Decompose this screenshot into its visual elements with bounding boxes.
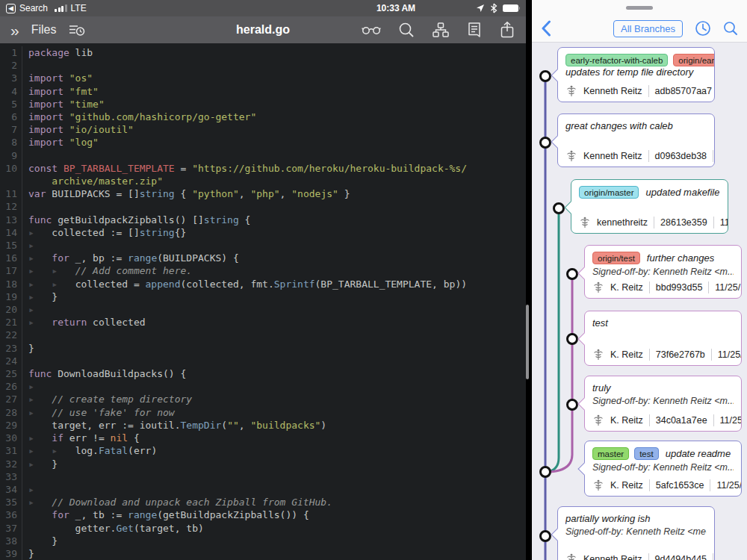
code-lines: 1package lib23import "os"4import "fmt"5i…	[0, 46, 526, 560]
code-line: 23}	[0, 342, 526, 355]
commit-graph-area[interactable]: early-refactor-with-caleborigin/early-re…	[532, 43, 747, 560]
commit-date: 11/25/17	[720, 415, 741, 426]
commit-card[interactable]: great changes with calebKenneth Reitzd09…	[557, 113, 715, 167]
split-view-divider[interactable]	[526, 0, 532, 560]
search-icon[interactable]	[398, 22, 415, 38]
commit-card[interactable]: early-refactor-with-caleborigin/early-re…	[557, 47, 715, 102]
code-line: 11var BUILDPACKS = []string { "python", …	[0, 187, 526, 200]
code-line: 33	[0, 470, 526, 483]
commit-node	[541, 138, 551, 148]
commit-message: partially working ish	[565, 513, 707, 524]
code-line: 38 }	[0, 535, 526, 547]
document-title: herald.go	[236, 23, 290, 37]
document-icon[interactable]	[467, 22, 482, 38]
author-name: Kenneth Reitz	[583, 554, 642, 560]
search-icon[interactable]	[723, 21, 738, 36]
files-button[interactable]: Files	[31, 23, 57, 37]
all-branches-button[interactable]: All Branches	[613, 20, 683, 37]
code-line: 37 getter.Get(target, tb)	[0, 522, 526, 535]
commit-date: 11/25/17	[716, 480, 741, 491]
commit-message: update readme	[666, 448, 731, 459]
code-line: 19▸ }	[0, 290, 526, 303]
carrier-label: LTE	[71, 3, 87, 13]
commit-card[interactable]: partially working ishSigned-off-by: Kenn…	[557, 506, 715, 560]
recent-files-icon[interactable]	[68, 22, 86, 37]
git-header: All Branches	[532, 0, 747, 43]
commit-meta-row: K. Reitz5afc1653ce11/25/17	[592, 479, 734, 491]
code-line: 9	[0, 149, 526, 162]
code-line: 26▸	[0, 380, 526, 393]
commit-card[interactable]: mastertestupdate readmeSigned-off-by: Ke…	[584, 441, 742, 497]
back-to-app-label[interactable]: Search	[19, 3, 48, 13]
commit-card[interactable]: origin/masterupdated makefilekennethreit…	[571, 179, 728, 234]
code-line: 8import "log"	[0, 136, 526, 149]
branch-tag[interactable]: origin/early-refact	[673, 54, 714, 66]
author-name: K. Reitz	[610, 415, 643, 426]
editor-toolbar: » Files herald.go	[0, 16, 526, 43]
author-avatar	[565, 150, 577, 162]
commit-signoff: Signed-off-by: Kenneth Reitz <me@ken...	[565, 526, 707, 537]
back-chevron-icon[interactable]	[541, 20, 551, 37]
commit-card[interactable]: testK. Reitz73f6e2767b11/25/17	[584, 311, 742, 366]
slide-over-handle[interactable]	[626, 6, 653, 10]
code-line: 39}	[0, 547, 526, 560]
code-line: 30▸ if err != nil {	[0, 432, 526, 444]
branch-tag[interactable]: origin/test	[592, 252, 640, 264]
back-to-app-icon[interactable]: ◀	[6, 4, 16, 13]
commit-message: updated makefile	[645, 187, 719, 198]
clock-time: 10:33 AM	[376, 3, 415, 13]
commit-meta-row: K. Reitzbbd993d5511/25/17	[592, 281, 734, 293]
branch-tag[interactable]: origin/master	[579, 186, 639, 199]
status-left: ◀ Search LTE	[6, 3, 87, 13]
commit-meta-row: K. Reitz34c0a1a7ee11/25/17	[592, 414, 734, 426]
commit-card[interactable]: origin/testfurther changesSigned-off-by:…	[584, 245, 742, 299]
code-line: 36 for _, tb := range(getBuildpackZipbal…	[0, 508, 526, 521]
commit-hash: 5afc1653ce	[656, 480, 704, 491]
code-editor-pane: ◀ Search LTE 10:33 AM » Fil	[0, 0, 526, 560]
hierarchy-icon[interactable]	[432, 22, 450, 38]
code-line: 29 target, err := ioutil.TempDir("", "bu…	[0, 419, 526, 432]
reading-glasses-icon[interactable]	[362, 25, 381, 35]
status-right	[476, 3, 521, 13]
commit-card[interactable]: trulySigned-off-by: Kenneth Reitz <m...K…	[584, 376, 742, 432]
commit-meta-row: Kenneth Reitzd0963deb3811/27/17	[565, 150, 707, 162]
commit-hash: 34c0a1a7ee	[656, 415, 707, 426]
author-avatar	[579, 217, 591, 228]
author-name: K. Reitz	[610, 282, 643, 293]
commit-signoff: Signed-off-by: Kenneth Reitz <m...	[592, 267, 734, 277]
history-clock-icon[interactable]	[695, 20, 711, 37]
branch-tag[interactable]: master	[592, 447, 629, 460]
bluetooth-icon	[490, 3, 498, 13]
share-icon[interactable]	[499, 21, 515, 39]
expand-sidebar-icon[interactable]: »	[10, 22, 19, 38]
code-line: 28▸ // use 'fake' for now	[0, 406, 526, 419]
commit-hash: 73f6e2767b	[656, 349, 705, 360]
code-line: 7import "io/ioutil"	[0, 123, 526, 136]
author-name: Kenneth Reitz	[583, 86, 642, 96]
commit-hash: 9d4494b445	[655, 554, 707, 560]
commit-meta-row: kennethreitz28613e35911/27/17	[579, 217, 720, 228]
battery-icon	[503, 4, 521, 12]
code-line: archive/master.zip"	[0, 175, 526, 187]
commit-date: 11/25/17	[718, 349, 741, 360]
branch-tag[interactable]: test	[634, 447, 659, 460]
code-editor-content[interactable]: 1package lib23import "os"4import "fmt"5i…	[0, 43, 526, 560]
ipad-split-screen: ◀ Search LTE 10:33 AM » Fil	[0, 0, 747, 560]
code-line: 21▸ return collected	[0, 316, 526, 329]
commit-date: 11/27/17	[720, 217, 728, 228]
author-name: K. Reitz	[610, 349, 643, 360]
author-name: K. Reitz	[610, 480, 643, 491]
branch-tag[interactable]: early-refactor-with-caleb	[565, 54, 668, 66]
code-line: 35▸ // Download and unpack each Zipball …	[0, 496, 526, 508]
commit-meta-row: Kenneth Reitz9d4494b44511/24/17	[565, 553, 707, 560]
code-line: 1package lib	[0, 46, 526, 59]
editor-scrollbar[interactable]	[526, 305, 529, 379]
code-line: 15▸	[0, 239, 526, 252]
commit-node	[554, 204, 564, 214]
commit-meta-row: K. Reitz73f6e2767b11/25/17	[592, 349, 734, 361]
author-avatar	[565, 553, 577, 560]
author-avatar	[592, 349, 604, 361]
commit-message: updates for temp file directory	[565, 66, 707, 78]
code-line: 16▸ for _, bp := range(BUILDPACKS) {	[0, 252, 526, 264]
commit-signoff: Signed-off-by: Kenneth Reitz <m...	[592, 462, 734, 473]
